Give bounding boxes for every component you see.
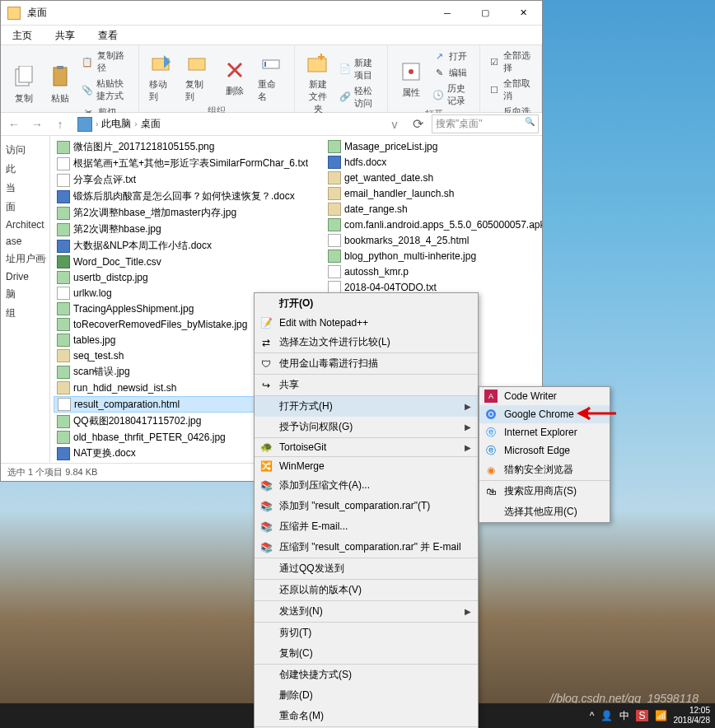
file-item[interactable]: 锻炼后肌肉酸富是怎么回事？如何快速恢复？.docx	[54, 189, 325, 204]
file-item[interactable]: 第2次调整hbase.jpg	[54, 222, 325, 237]
file-item[interactable]: get_wanted_date.sh	[325, 170, 539, 185]
sidebar-item[interactable]: 脑	[4, 285, 46, 304]
cm-compare[interactable]: ⇄选择左边文件进行比较(L)	[255, 332, 478, 353]
sidebar-item[interactable]: 组	[4, 304, 46, 323]
properties-button[interactable]: 属性	[395, 57, 428, 100]
search-input[interactable]: 搜索"桌面"	[432, 114, 539, 133]
sub-code-writer[interactable]: ACode Writer	[479, 387, 610, 405]
copy-path-button[interactable]: 📋复制路径	[80, 49, 132, 75]
file-item[interactable]: autossh_kmr.p	[325, 264, 539, 279]
bc-desktop[interactable]: 桌面	[141, 117, 161, 131]
file-name: 锻炼后肌肉酸富是怎么回事？如何快速恢复？.docx	[73, 189, 295, 203]
cm-compress-email[interactable]: 📚压缩并 E-mail...	[255, 516, 478, 537]
ribbon-open: 属性 ↗打开 ✎编辑 🕓历史记录 打开	[388, 45, 480, 112]
cm-winmerge[interactable]: 🔀WinMerge	[255, 457, 478, 475]
annotation-arrow	[577, 406, 616, 421]
cm-prev-version[interactable]: 还原以前的版本(V)	[255, 580, 478, 601]
easy-access-button[interactable]: 🔗轻松访问	[338, 84, 381, 110]
refresh-button[interactable]: ⟳	[408, 116, 428, 132]
cm-grant-access[interactable]: 授予访问权限(G)▶	[255, 417, 478, 438]
file-item[interactable]: 大数据&NLP本周工作小结.docx	[54, 238, 325, 254]
file-item[interactable]: blog_python_multi-inherite.jpg	[325, 249, 539, 264]
nav-back-button[interactable]: ←	[4, 114, 24, 134]
file-item[interactable]: 分享会点评.txt	[54, 172, 325, 188]
cm-add-rar[interactable]: 📚添加到 "result_comparation.rar"(T)	[255, 496, 478, 516]
paste-button[interactable]: 粘贴	[44, 63, 77, 106]
tab-home[interactable]: 主页	[1, 26, 44, 44]
sidebar-item[interactable]: Architect	[4, 217, 46, 233]
cm-send-to[interactable]: 发送到(N)▶	[255, 601, 478, 623]
file-item[interactable]: date_range.sh	[325, 202, 539, 217]
bc-dropdown[interactable]: v	[385, 114, 404, 134]
sub-store[interactable]: 🛍搜索应用商店(S)	[479, 481, 610, 502]
cm-open-with[interactable]: 打开方式(H)▶	[255, 396, 478, 417]
move-to-button[interactable]: 移动到	[146, 49, 179, 105]
copy-to-button[interactable]: 复制到	[182, 49, 215, 105]
cm-open[interactable]: 打开(O)	[255, 293, 478, 314]
edit-button[interactable]: ✎编辑	[431, 65, 473, 80]
tray-clock[interactable]: 12:05 2018/4/28	[674, 706, 711, 726]
close-button[interactable]: ✕	[504, 1, 542, 26]
file-item[interactable]: 微信图片_20171218105155.png	[54, 139, 325, 155]
sidebar-item[interactable]: ase	[4, 233, 46, 250]
file-item[interactable]: bookmarks_2018_4_25.html	[325, 233, 539, 248]
breadcrumb[interactable]: › 此电脑 › 桌面	[73, 114, 381, 134]
copy-button[interactable]: 复制	[7, 63, 40, 106]
tab-view[interactable]: 查看	[86, 26, 129, 44]
cm-add-archive[interactable]: 📚添加到压缩文件(A)...	[255, 475, 478, 496]
cm-tortoise[interactable]: 🐢TortoiseGit▶	[255, 438, 478, 457]
file-item[interactable]: hdfs.docx	[325, 155, 539, 170]
paste-shortcut-button[interactable]: 📎粘贴快捷方式	[80, 77, 132, 103]
cm-shortcut[interactable]: 创建快捷方式(S)	[255, 665, 478, 685]
cm-rename[interactable]: 重命名(M)	[255, 706, 478, 727]
sidebar-item[interactable]: 当	[4, 179, 46, 198]
sidebar-item[interactable]: 访问	[4, 141, 46, 160]
img-file-icon	[328, 140, 341, 153]
sidebar-item[interactable]: Drive	[4, 268, 46, 285]
open-button[interactable]: ↗打开	[431, 49, 473, 63]
sidebar-item[interactable]: 此	[4, 160, 46, 179]
sub-edge[interactable]: ⓔMicrosoft Edge	[479, 441, 610, 460]
new-folder-button[interactable]: 新建 文件夹	[301, 49, 334, 117]
file-item[interactable]: email_handler_launch.sh	[325, 186, 539, 201]
minimize-button[interactable]: ─	[428, 1, 466, 26]
rename-button[interactable]: 重命名	[255, 49, 287, 105]
file-item[interactable]: usertb_distcp.jpg	[54, 270, 325, 285]
cm-cut[interactable]: 剪切(T)	[255, 623, 478, 643]
file-item[interactable]: Masage_priceList.jpg	[325, 139, 539, 154]
cm-jinshan[interactable]: 🛡使用金山毒霸进行扫描	[255, 353, 478, 375]
file-item[interactable]: Word_Doc_Title.csv	[54, 254, 325, 269]
cm-copy[interactable]: 复制(C)	[255, 643, 478, 665]
rar-icon: 📚	[259, 520, 273, 534]
cm-edit-npp[interactable]: 📝Edit with Notepad++	[255, 314, 478, 332]
history-button[interactable]: 🕓历史记录	[431, 82, 473, 108]
sub-other[interactable]: 选择其他应用(C)	[479, 502, 610, 522]
file-item[interactable]: 第2次调整hbase_增加master内存.jpg	[54, 205, 325, 221]
file-name: Masage_priceList.jpg	[344, 141, 437, 152]
tab-share[interactable]: 共享	[44, 26, 86, 44]
cm-qq-send[interactable]: 通过QQ发送到	[255, 558, 478, 580]
cm-share[interactable]: ↪共享	[255, 375, 478, 396]
tray-ime[interactable]: 中	[619, 709, 629, 723]
select-none-button[interactable]: ☐全部取消	[487, 77, 535, 103]
cm-delete[interactable]: 删除(D)	[255, 685, 478, 706]
nav-fwd-button[interactable]: →	[27, 114, 47, 134]
tray-wifi-icon[interactable]: 📶	[655, 710, 667, 721]
sub-ie[interactable]: ⓔInternet Explorer	[479, 423, 610, 441]
file-item[interactable]: com.fanli.android.apps_5.5.0_605000057.a…	[325, 217, 539, 232]
file-item[interactable]: 根据笔画+五笔+其他=形近字表SimilarFormChar_6.txt	[54, 156, 325, 171]
sub-liebao[interactable]: ◉猎豹安全浏览器	[479, 460, 610, 481]
nav-up-button[interactable]: ↑	[50, 114, 70, 134]
sidebar-item[interactable]: 址用户画像标签1	[4, 250, 46, 268]
bc-pc[interactable]: 此电脑	[101, 117, 131, 131]
sidebar-item[interactable]: 面	[4, 198, 46, 217]
new-item-button[interactable]: 📄新建项目	[338, 56, 381, 82]
tray-s-icon[interactable]: S	[636, 710, 647, 721]
delete-button[interactable]: 删除	[218, 55, 251, 99]
maximize-button[interactable]: ▢	[466, 1, 504, 26]
select-all-button[interactable]: ☑全部选择	[487, 49, 535, 75]
tray-up-icon[interactable]: ^	[590, 710, 595, 721]
tray-people-icon[interactable]: 👤	[601, 710, 613, 721]
svg-rect-3	[57, 66, 63, 69]
cm-compress-rar-email[interactable]: 📚压缩到 "result_comparation.rar" 并 E-mail	[255, 537, 478, 558]
